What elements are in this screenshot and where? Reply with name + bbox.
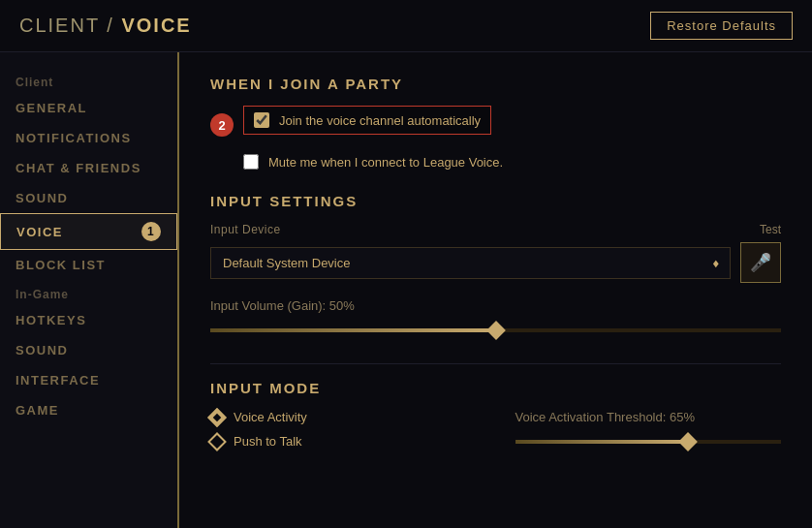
join-voice-checkbox[interactable] [254,112,269,128]
badge-2: 2 [210,113,234,137]
sidebar-item-game[interactable]: GAME [0,395,177,425]
sidebar-item-chat-friends[interactable]: CHAT & FRIENDS [0,153,177,183]
threshold-slider-wrapper [515,432,782,451]
device-field-row: Input Device Test [210,223,781,236]
device-select-wrapper: Default System Device 🎤 [210,242,781,283]
voice-activity-row[interactable]: Voice Activity [210,410,477,424]
sidebar-item-notifications[interactable]: NOTIFICATIONS [0,123,177,153]
restore-defaults-button[interactable]: Restore Defaults [650,12,793,40]
sidebar-item-voice[interactable]: VOICE1 [0,213,177,250]
microphone-icon: 🎤 [750,252,771,273]
header: CLIENT / VOICE Restore Defaults [0,0,812,52]
sidebar: Client GENERAL NOTIFICATIONS CHAT & FRIE… [0,52,179,528]
push-to-talk-label: Push to Talk [234,434,302,449]
party-section-title: WHEN I JOIN A PARTY [210,76,781,92]
voice-activity-radio[interactable] [207,408,227,427]
sidebar-item-block-list[interactable]: BLOCK LIST [0,250,177,280]
test-microphone-button[interactable]: 🎤 [740,242,781,283]
voice-threshold-label: Voice Activation Threshold: 65% [515,410,782,424]
volume-slider-thumb[interactable] [486,321,506,340]
party-section: WHEN I JOIN A PARTY 2 Join the voice cha… [210,76,781,170]
join-voice-label: Join the voice channel automatically [279,113,481,128]
device-select[interactable]: Default System Device [210,247,731,279]
badge-1: 1 [141,222,161,241]
mute-label: Mute me when I connect to League Voice. [268,155,503,170]
input-mode-section: INPUT MODE Voice Activity Push to Talk V… [210,380,781,458]
sidebar-client-section: Client [0,68,177,93]
sidebar-item-general[interactable]: GENERAL [0,93,177,123]
join-voice-checkbox-row: Join the voice channel automatically [243,106,491,135]
sidebar-item-sound2[interactable]: SOUND [0,335,177,365]
device-select-container: Default System Device [210,247,731,279]
slider-fill [210,328,496,332]
page-title-main: VOICE [121,15,191,36]
mute-checkbox[interactable] [243,154,259,170]
section-divider [210,363,781,364]
join-voice-row: 2 Join the voice channel automatically [210,106,781,144]
push-to-talk-radio[interactable] [207,432,227,451]
sidebar-item-sound[interactable]: SOUND [0,183,177,213]
push-to-talk-row[interactable]: Push to Talk [210,434,477,449]
voice-threshold-container: Voice Activation Threshold: 65% [515,410,782,451]
voice-activity-label: Voice Activity [234,410,307,424]
main-layout: Client GENERAL NOTIFICATIONS CHAT & FRIE… [0,52,812,528]
page-title-prefix: CLIENT / [19,15,121,36]
input-settings-title: INPUT SETTINGS [210,193,781,209]
sidebar-ingame-section: In-Game [0,280,177,305]
test-label: Test [760,223,781,236]
input-device-label: Input Device [210,223,281,236]
input-mode-row: Voice Activity Push to Talk Voice Activa… [210,410,781,458]
sidebar-item-hotkeys[interactable]: HOTKEYS [0,305,177,335]
input-volume-container: Input Volume (Gain): 50% [210,298,781,340]
sidebar-item-interface[interactable]: INTERFACE [0,365,177,395]
input-mode-title: INPUT MODE [210,380,781,396]
mute-checkbox-row: Mute me when I connect to League Voice. [243,154,781,170]
content-area: WHEN I JOIN A PARTY 2 Join the voice cha… [179,52,812,528]
page-title: CLIENT / VOICE [19,15,192,37]
mode-options: Voice Activity Push to Talk [210,410,477,458]
input-settings-section: INPUT SETTINGS Input Device Test Default… [210,193,781,340]
input-volume-slider-track [210,321,781,340]
